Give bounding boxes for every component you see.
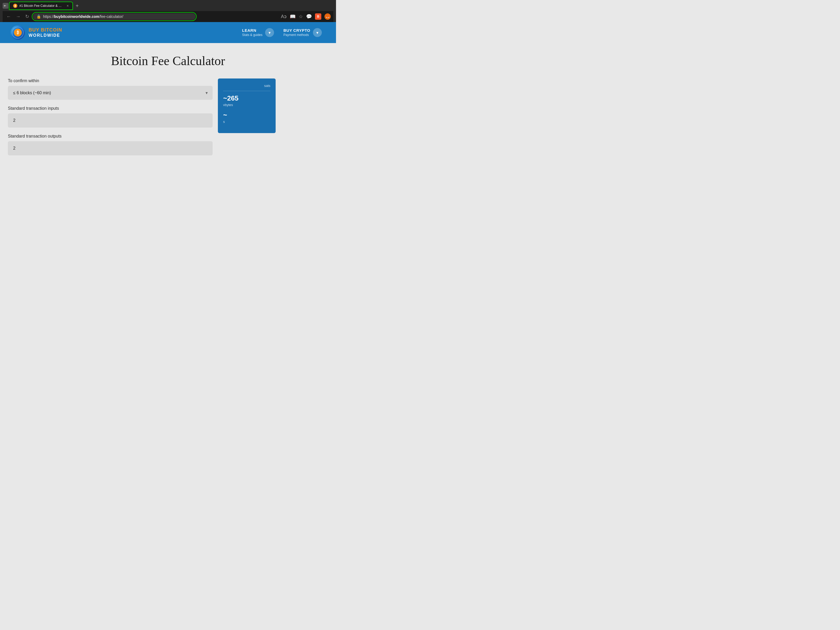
confirm-within-label: To confirm within	[8, 79, 213, 83]
browser-extension-icon[interactable]: 💬	[306, 14, 312, 19]
lock-icon: 🔒	[36, 14, 41, 19]
result-unit-label: sats	[223, 84, 270, 88]
tx-outputs-input[interactable]	[8, 141, 213, 155]
browser-chrome: ₿ #1 Bitcoin Fee Calculator & Estin × + …	[0, 0, 336, 22]
tx-outputs-label: Standard transaction outputs	[8, 134, 213, 139]
nav-learn[interactable]: LEARN Stats & guides ▾	[238, 26, 278, 39]
logo-icon: ₿	[11, 25, 25, 40]
nav-buy-crypto-title: BUY CRYPTO	[284, 28, 310, 33]
tx-outputs-group: Standard transaction outputs	[8, 134, 213, 155]
vbytes-value: ~265	[223, 94, 270, 103]
back-button[interactable]: ←	[5, 13, 12, 21]
results-panel: sats ~265 vbytes ~ s	[218, 79, 276, 133]
second-result-row: ~ s	[223, 111, 270, 124]
browser-toolbar: ← → ↻ 🔒 https://buybitcoinworldwide.com/…	[3, 11, 333, 22]
nav-buy-crypto[interactable]: BUY CRYPTO Payment methods ▾	[280, 26, 325, 39]
nav-links: LEARN Stats & guides ▾ BUY CRYPTO Paymen…	[238, 26, 325, 39]
nav-buy-crypto-text: BUY CRYPTO Payment methods	[284, 28, 310, 37]
refresh-button[interactable]: ↻	[24, 13, 30, 21]
brave-shields-icon[interactable]: B	[315, 13, 321, 20]
vbytes-label: vbytes	[223, 103, 270, 107]
tab-close-button[interactable]: ×	[67, 4, 69, 8]
nav-learn-subtitle: Stats & guides	[242, 33, 262, 37]
confirm-within-select[interactable]: ≤ 6 blocks (~60 min)	[8, 86, 213, 100]
result-divider-top	[223, 91, 270, 91]
page-title: Bitcoin Fee Calculator	[8, 54, 328, 68]
nav-learn-text: LEARN Stats & guides	[242, 28, 262, 37]
logo-line1: BUY BITCOIN	[28, 27, 62, 33]
nav-buy-crypto-subtitle: Payment methods	[284, 33, 310, 37]
second-label: s	[223, 120, 270, 124]
tab-title: #1 Bitcoin Fee Calculator & Estin	[19, 4, 63, 8]
tx-inputs-group: Standard transaction inputs	[8, 106, 213, 128]
tx-inputs-input[interactable]	[8, 114, 213, 128]
favorites-icon[interactable]: ☆	[299, 14, 303, 19]
reading-view-icon[interactable]: 📖	[290, 14, 295, 19]
read-aloud-icon[interactable]: Aↄ	[281, 14, 287, 19]
forward-button[interactable]: →	[15, 13, 22, 21]
second-value: ~	[223, 111, 270, 119]
tab-bar: ₿ #1 Bitcoin Fee Calculator & Estin × +	[3, 2, 333, 9]
learn-dropdown-button[interactable]: ▾	[265, 28, 274, 37]
site-logo[interactable]: ₿ BUY BITCOIN WORLDWIDE	[11, 25, 62, 40]
tab-favicon: ₿	[13, 4, 17, 8]
browser-tab-active[interactable]: ₿ #1 Bitcoin Fee Calculator & Estin ×	[9, 2, 73, 9]
confirm-within-group: To confirm within ≤ 6 blocks (~60 min)	[8, 79, 213, 100]
metamask-icon[interactable]: 🦊	[324, 13, 331, 20]
website-content: ₿ BUY BITCOIN WORLDWIDE LEARN Stats & gu…	[0, 22, 336, 201]
logo-line2: WORLDWIDE	[28, 33, 62, 38]
nav-learn-title: LEARN	[242, 28, 262, 33]
confirm-within-select-wrapper: ≤ 6 blocks (~60 min)	[8, 86, 213, 100]
window-control-back[interactable]	[3, 3, 8, 9]
calculator-form: To confirm within ≤ 6 blocks (~60 min) S…	[8, 79, 213, 162]
calculator-layout: To confirm within ≤ 6 blocks (~60 min) S…	[8, 79, 328, 162]
address-bar[interactable]: 🔒 https://buybitcoinworldwide.com/fee-ca…	[33, 13, 196, 20]
svg-marker-1	[4, 5, 5, 7]
address-text: https://buybitcoinworldwide.com/fee-calc…	[43, 14, 192, 19]
logo-text: BUY BITCOIN WORLDWIDE	[28, 27, 62, 38]
btc-symbol: ₿	[14, 28, 22, 36]
main-content: Bitcoin Fee Calculator To confirm within…	[0, 43, 336, 201]
buy-crypto-dropdown-button[interactable]: ▾	[313, 28, 322, 37]
new-tab-button[interactable]: +	[74, 3, 81, 9]
site-nav: ₿ BUY BITCOIN WORLDWIDE LEARN Stats & gu…	[0, 22, 336, 43]
tx-inputs-label: Standard transaction inputs	[8, 106, 213, 111]
toolbar-actions: Aↄ 📖 ☆ 💬 B 🦊	[281, 13, 331, 20]
vbytes-result-row: ~265 vbytes	[223, 94, 270, 107]
